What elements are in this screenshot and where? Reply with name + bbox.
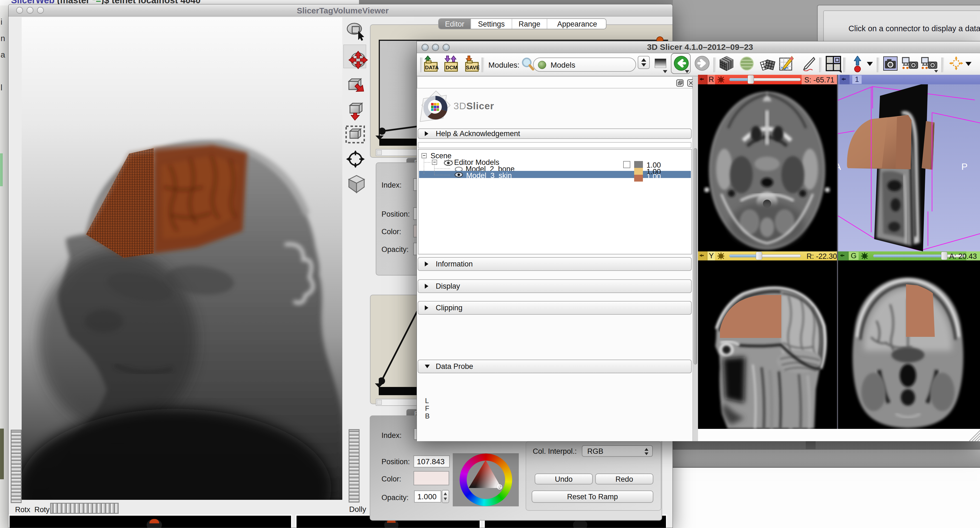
svg-text:DATA: DATA <box>425 65 439 70</box>
svg-text:P: P <box>961 161 968 172</box>
svg-text:A: A <box>838 161 841 172</box>
svg-text:SAVE: SAVE <box>466 65 480 70</box>
svg-text:DCM: DCM <box>445 65 457 70</box>
